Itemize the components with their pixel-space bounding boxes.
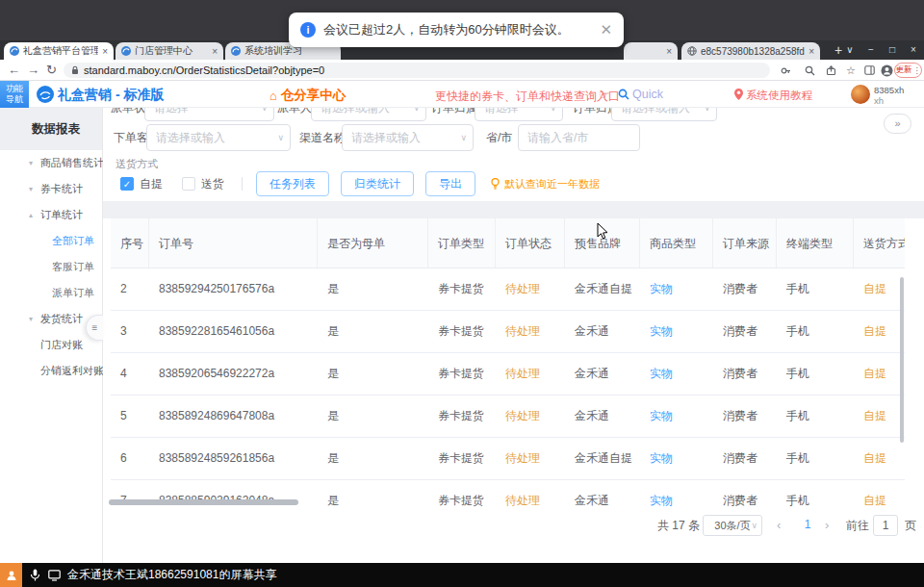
filter-row-2: 下单客服请选择或输入∨渠道名称请选择或输入∨省/市请输入省/市: [103, 124, 924, 151]
table-row[interactable]: 683858924859261856a是券卡提货待处理金禾通自提实物消费者手机自…: [111, 438, 905, 480]
sidebar-item[interactable]: ▾商品销售统计: [0, 150, 102, 176]
expand-filters-button[interactable]: »: [884, 114, 911, 134]
tab-close-icon[interactable]: ×: [102, 46, 108, 57]
chevron-down-icon[interactable]: ∨: [839, 40, 860, 60]
side-panel-icon[interactable]: [861, 63, 877, 78]
table-cell: 是: [318, 438, 428, 479]
browser-tab[interactable]: 门店管理中心 ×: [116, 42, 223, 60]
share-center-link[interactable]: ⌂ 仓分享中心: [270, 87, 346, 104]
table-row[interactable]: 583858924869647808a是券卡提货待处理金禾通实物消费者手机自提: [111, 396, 905, 438]
app-header: 功能 导航 礼盒营销 - 标准版 ⌂ 仓分享中心 更快捷的券卡、订单和快递查询入…: [0, 81, 924, 108]
participant-tile[interactable]: [0, 563, 22, 587]
sidebar-item[interactable]: 派单订单: [0, 280, 102, 306]
sidebar-item[interactable]: ▾券卡统计: [0, 176, 102, 202]
toolbar-button[interactable]: 导出: [425, 171, 475, 196]
filter-select[interactable]: 请选择或输入∨: [146, 124, 291, 151]
tab-close-icon[interactable]: ×: [808, 46, 814, 57]
share-icon[interactable]: [823, 63, 838, 78]
chevron-down-icon: ∨: [751, 516, 757, 535]
table-cell: 是: [318, 268, 428, 310]
table-cell: 消费者: [713, 353, 777, 395]
sidebar-item-label: 商品销售统计: [40, 157, 104, 168]
table-cell: 6: [111, 438, 149, 479]
sidebar-item[interactable]: ▴订单统计: [0, 202, 102, 228]
prev-page-icon[interactable]: ‹: [777, 518, 781, 532]
table-cell: 实物: [640, 396, 713, 437]
reload-icon[interactable]: ↻: [46, 60, 57, 81]
window-close-icon[interactable]: ×: [903, 40, 924, 60]
table-row[interactable]: 383859228165461056a是券卡提货待处理金禾通实物消费者手机自提: [111, 311, 905, 353]
microphone-icon[interactable]: [30, 569, 40, 581]
search-icon[interactable]: [618, 89, 629, 100]
placeholder-text: 请选择或输入: [312, 108, 425, 120]
table-cell: 金禾通自提: [565, 268, 640, 310]
minimize-icon[interactable]: −: [860, 40, 882, 60]
filter-input[interactable]: 请输入省/市: [518, 124, 640, 151]
maximize-icon[interactable]: □: [882, 40, 903, 60]
chevron-down-icon: ∨: [550, 108, 556, 120]
app-logo-icon: [37, 86, 54, 103]
tutorial-link[interactable]: 系统使用教程: [746, 89, 812, 103]
close-icon[interactable]: ✕: [600, 21, 612, 38]
page-size-select[interactable]: 30条/页 ∨: [703, 515, 762, 536]
toolbar-button[interactable]: 任务列表: [256, 171, 329, 196]
checkbox-checked[interactable]: ✓: [120, 177, 134, 191]
tab-close-icon[interactable]: ×: [212, 46, 218, 57]
forward-icon[interactable]: →: [27, 60, 39, 81]
table-row[interactable]: 483859206546922272a是券卡提货待处理金禾通实物消费者手机自提: [111, 353, 905, 396]
table-cell: 券卡提货: [428, 311, 496, 352]
warehouse-icon: ⌂: [270, 89, 277, 103]
address-bar[interactable]: standard.maboy.cn/OrderStatisticsDetail?…: [64, 63, 770, 78]
sidebar-item[interactable]: 分销返利对账: [0, 358, 102, 384]
sidebar-item-active[interactable]: 全部订单: [0, 228, 102, 254]
back-icon[interactable]: ←: [8, 60, 20, 81]
next-page-icon[interactable]: ›: [825, 518, 829, 532]
sidebar-item[interactable]: 门店对账: [0, 332, 102, 358]
quick-search-label[interactable]: Quick: [632, 88, 663, 101]
zoom-icon[interactable]: [802, 63, 817, 78]
browser-tab-active[interactable]: 礼盒营销平台管理中心 ×: [4, 42, 114, 60]
table-cell: 自提: [854, 438, 905, 479]
browser-tab-partial[interactable]: ×: [624, 42, 678, 60]
tab-close-icon[interactable]: ×: [666, 46, 672, 57]
vertical-scrollbar[interactable]: [900, 277, 904, 443]
table-row[interactable]: 283859294250176576a是券卡提货待处理金禾通自提实物消费者手机自…: [111, 268, 905, 311]
table-cell: 5: [111, 396, 149, 437]
function-nav-button[interactable]: 功能 导航: [0, 81, 29, 108]
filter-select[interactable]: 请选择或输入∨: [342, 124, 474, 151]
key-icon[interactable]: [778, 63, 793, 78]
table-cell: 券卡提货: [428, 353, 496, 395]
profile-icon[interactable]: [879, 63, 894, 78]
goto-page-input[interactable]: 1: [873, 515, 898, 536]
table-cell: 实物: [640, 268, 713, 310]
filter-select[interactable]: 请选择或输入∨: [611, 108, 717, 121]
current-page[interactable]: 1: [798, 518, 817, 531]
table-cell: 手机: [777, 396, 854, 437]
section-divider: [103, 201, 924, 218]
chevron-down-icon: ▾: [29, 150, 33, 176]
bookmark-star-icon[interactable]: ☆: [843, 63, 859, 78]
filter-select[interactable]: 请选择∨: [144, 108, 274, 121]
table-cell: 自提: [854, 396, 905, 437]
table-cell: 手机: [777, 353, 854, 395]
user-avatar[interactable]: [851, 85, 870, 104]
sidebar-item-label: 派单订单: [52, 287, 94, 298]
placeholder-text: 请输入省/市: [519, 125, 639, 150]
table-cell: 4: [111, 353, 149, 395]
browser-tab[interactable]: e8c573980b1328a258fd2e6... ×: [681, 42, 820, 60]
table-cell: 自提: [854, 353, 905, 395]
toolbar-button[interactable]: 归类统计: [341, 171, 414, 196]
table-cell: 金禾通自提: [565, 438, 640, 479]
horizontal-scrollbar[interactable]: [109, 499, 298, 505]
table-cell: 实物: [640, 438, 713, 479]
filter-select[interactable]: 请选择或输入∨: [311, 108, 426, 121]
table-cell: 券卡提货: [428, 396, 496, 437]
table-cell: 3: [111, 311, 149, 352]
filter-select[interactable]: 请选择∨: [475, 108, 563, 121]
update-button[interactable]: 更新 ⋮: [894, 63, 922, 78]
table-cell: 83858924869647808a: [149, 396, 318, 437]
checkbox-unchecked[interactable]: [182, 177, 195, 191]
kebab-menu-icon[interactable]: ⋮: [913, 66, 921, 75]
table-row[interactable]: 783858859029162048a是券卡提货待处理金禾通实物消费者手机自提: [111, 480, 905, 512]
sidebar-item[interactable]: 客服订单: [0, 254, 102, 280]
